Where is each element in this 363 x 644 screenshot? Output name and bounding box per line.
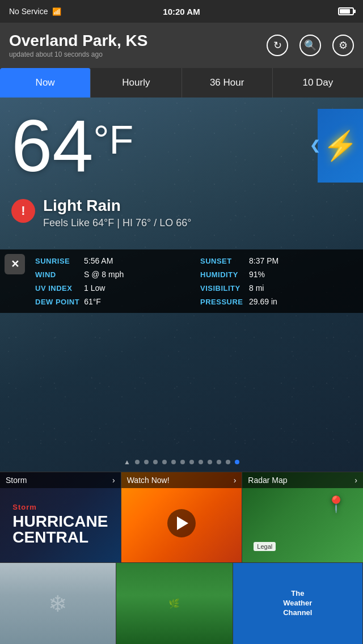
settings-button[interactable]: ⚙ bbox=[332, 35, 354, 56]
humidity-row: HUMIDITY 91% bbox=[200, 270, 354, 279]
footer: ❄ 🌿 The Weather Channel bbox=[0, 562, 363, 644]
status-bar: No Service 📶 10:20 AM bbox=[0, 0, 363, 23]
page-dot-6[interactable] bbox=[180, 460, 185, 464]
dewpoint-row: DEW POINT 61°F bbox=[35, 297, 189, 306]
wind-label: WIND bbox=[35, 270, 79, 279]
dewpoint-value: 61°F bbox=[84, 297, 101, 306]
refresh-button[interactable]: ↻ bbox=[267, 35, 288, 56]
radar-card-header: Radar Map › bbox=[242, 472, 363, 488]
storm-card-header: Storm › bbox=[0, 472, 121, 488]
page-dot-5[interactable] bbox=[171, 460, 176, 464]
hurricane-title-1: HURRICANE bbox=[12, 514, 108, 529]
sunrise-label: SUNRISE bbox=[35, 257, 79, 265]
temperature-value: 64 bbox=[11, 104, 94, 187]
watch-now-arrow: › bbox=[234, 476, 237, 485]
radar-legal-label: Legal bbox=[254, 542, 276, 551]
uv-value: 1 Low bbox=[84, 283, 105, 293]
radar-arrow: › bbox=[354, 476, 357, 485]
tab-10day[interactable]: 10 Day bbox=[273, 68, 363, 98]
service-label: No Service bbox=[9, 7, 48, 16]
page-dot-12[interactable] bbox=[235, 460, 239, 464]
visibility-value: 8 mi bbox=[249, 283, 264, 293]
header: Overland Park, KS updated about 10 secon… bbox=[0, 23, 363, 68]
footer-image-1: ❄ bbox=[0, 563, 116, 644]
footer-card-1[interactable]: ❄ bbox=[0, 563, 116, 644]
battery-icon bbox=[338, 7, 354, 15]
page-dot-1[interactable] bbox=[135, 460, 140, 464]
twc-logo-card[interactable]: The Weather Channel bbox=[233, 563, 363, 644]
sunrise-value: 5:56 AM bbox=[84, 256, 113, 265]
page-dot-9[interactable] bbox=[208, 460, 212, 464]
hurricane-title-2: CENTRAL bbox=[12, 529, 108, 545]
page-indicators: ▲ bbox=[0, 458, 363, 466]
sunset-row: SUNSET 8:37 PM bbox=[200, 256, 354, 265]
tab-36hour[interactable]: 36 Hour bbox=[182, 68, 273, 98]
map-pin-icon: 📍 bbox=[326, 495, 346, 514]
page-dot-3[interactable] bbox=[153, 460, 158, 464]
updated-label: updated about 10 seconds ago bbox=[9, 50, 267, 58]
details-panel: ✕ SUNRISE 5:56 AM SUNSET 8:37 PM WIND S … bbox=[0, 249, 363, 313]
storm-card[interactable]: Storm › Storm HURRICANE CENTRAL bbox=[0, 472, 121, 562]
humidity-label: HUMIDITY bbox=[200, 270, 244, 279]
dewpoint-label: DEW POINT bbox=[35, 298, 79, 306]
play-button[interactable] bbox=[167, 509, 196, 537]
page-dot-2[interactable] bbox=[144, 460, 149, 464]
lightning-panel[interactable]: ❮ ⚡ bbox=[318, 109, 363, 183]
temperature-display: 64°F bbox=[11, 109, 133, 183]
uv-row: UV INDEX 1 Low bbox=[35, 283, 189, 293]
search-button[interactable]: 🔍 bbox=[299, 35, 321, 56]
alert-icon[interactable]: ! bbox=[11, 199, 35, 223]
watch-now-card[interactable]: Watch Now! › bbox=[121, 472, 243, 562]
storm-label: Storm bbox=[12, 503, 108, 511]
chevron-left-icon: ❮ bbox=[310, 138, 320, 153]
radar-title: Radar Map bbox=[248, 476, 287, 485]
pressure-row: PRESSURE 29.69 in bbox=[200, 297, 354, 306]
bottom-cards: Storm › Storm HURRICANE CENTRAL Watch No… bbox=[0, 472, 363, 562]
twc-name: The Weather Channel bbox=[283, 589, 312, 618]
wind-value: S @ 8 mph bbox=[84, 270, 124, 279]
visibility-row: VISIBILITY 8 mi bbox=[200, 283, 354, 293]
humidity-value: 91% bbox=[249, 270, 265, 279]
tab-bar: Now Hourly 36 Hour 10 Day bbox=[0, 68, 363, 98]
close-details-button[interactable]: ✕ bbox=[5, 254, 25, 274]
condition-area: ! Light Rain Feels Like 64°F | HI 76° / … bbox=[11, 197, 191, 229]
sunrise-row: SUNRISE 5:56 AM bbox=[35, 256, 189, 265]
pressure-value: 29.69 in bbox=[249, 297, 277, 306]
tab-now[interactable]: Now bbox=[0, 68, 91, 98]
condition-detail: Feels Like 64°F | HI 76° / LO 66° bbox=[43, 217, 191, 229]
temperature-unit: °F bbox=[94, 120, 134, 160]
footer-image-2: 🌿 bbox=[116, 563, 232, 644]
watch-now-title: Watch Now! bbox=[127, 476, 170, 485]
condition-name: Light Rain bbox=[43, 197, 191, 215]
play-icon bbox=[177, 516, 188, 530]
page-dot-8[interactable] bbox=[199, 460, 203, 464]
weather-background: 64°F ❮ ⚡ ! Light Rain Feels Like 64°F | … bbox=[0, 98, 363, 472]
wifi-icon: 📶 bbox=[52, 7, 61, 16]
sunset-value: 8:37 PM bbox=[249, 256, 278, 265]
footer-card-2[interactable]: 🌿 bbox=[116, 563, 233, 644]
time-display: 10:20 AM bbox=[163, 7, 200, 16]
radar-card[interactable]: Radar Map › 📍 Legal bbox=[242, 472, 363, 562]
page-dot-7[interactable] bbox=[189, 460, 194, 464]
uv-label: UV INDEX bbox=[35, 284, 79, 293]
watch-now-card-header: Watch Now! › bbox=[121, 472, 242, 488]
wind-row: WIND S @ 8 mph bbox=[35, 270, 189, 279]
location-arrow-icon: ▲ bbox=[124, 458, 130, 466]
city-name: Overland Park, KS bbox=[9, 32, 267, 50]
visibility-label: VISIBILITY bbox=[200, 284, 244, 293]
page-dot-4[interactable] bbox=[162, 460, 167, 464]
page-dot-10[interactable] bbox=[217, 460, 221, 464]
sunset-label: SUNSET bbox=[200, 257, 244, 265]
pressure-label: PRESSURE bbox=[200, 298, 244, 306]
page-dot-11[interactable] bbox=[226, 460, 230, 464]
tab-hourly[interactable]: Hourly bbox=[91, 68, 182, 98]
lightning-icon: ⚡ bbox=[323, 129, 358, 162]
storm-card-title: Storm bbox=[6, 476, 27, 485]
storm-card-arrow: › bbox=[112, 476, 115, 485]
